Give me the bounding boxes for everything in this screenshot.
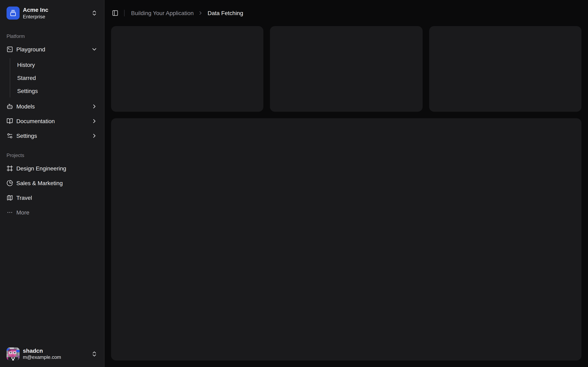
sidebar-item-label: Playground: [16, 46, 88, 52]
sidebar-item-sales-marketing[interactable]: Sales & Marketing: [3, 176, 101, 189]
playground-submenu-wrap: History Starred Settings: [3, 57, 101, 98]
platform-menu: Playground History Starred Settings: [3, 43, 101, 142]
square-terminal-icon: [7, 46, 13, 52]
team-switcher-button[interactable]: Acme Inc Enterprise: [3, 3, 101, 23]
placeholder-grid: [111, 26, 581, 112]
avatar: [7, 347, 20, 360]
sidebar-item-label: Design Engineering: [16, 165, 98, 171]
sidebar-subitem-history[interactable]: History: [14, 59, 101, 70]
sidebar-item-more[interactable]: More: [3, 206, 101, 219]
sidebar-item-label: More: [16, 209, 98, 216]
sidebar-item-models[interactable]: Models: [3, 100, 101, 113]
user-menu-button[interactable]: shadcn m@example.com: [3, 344, 101, 364]
sidebar-group-platform: Platform Playground History: [0, 26, 104, 145]
sidebar-header: Acme Inc Enterprise: [0, 0, 104, 26]
pie-chart-icon: [7, 180, 13, 186]
main-content: [104, 26, 588, 367]
sidebar-item-settings[interactable]: Settings: [3, 129, 101, 142]
main-area: Building Your Application Data Fetching: [104, 0, 588, 367]
sidebar-subitem-starred[interactable]: Starred: [14, 72, 101, 83]
sidebar-content: Platform Playground History: [0, 26, 104, 341]
gallery-vertical-end-icon: [10, 10, 16, 17]
playground-submenu: History Starred Settings: [10, 58, 101, 97]
team-logo: [7, 7, 20, 20]
chevron-right-icon: [91, 118, 98, 124]
chevrons-up-down-icon: [91, 10, 98, 17]
ellipsis-icon: [7, 209, 13, 216]
sidebar-group-projects: Projects Design Engineering Sales & Mark…: [0, 145, 104, 222]
sidebar-item-label: Models: [16, 103, 88, 109]
user-meta: shadcn m@example.com: [23, 347, 88, 360]
placeholder-card: [111, 26, 264, 112]
breadcrumb-current: Data Fetching: [208, 10, 243, 16]
sliders-icon: [7, 132, 13, 139]
app-root: Acme Inc Enterprise Platform Playgroun: [0, 0, 588, 367]
panel-left-icon: [112, 10, 118, 16]
sidebar-item-label: Travel: [16, 194, 98, 201]
team-name: Acme Inc: [23, 7, 88, 14]
sidebar-item-label: Sales & Marketing: [16, 180, 98, 186]
projects-menu: Design Engineering Sales & Marketing Tra…: [3, 162, 101, 219]
chevron-right-icon: [91, 132, 98, 139]
bot-icon: [7, 103, 13, 109]
user-email: m@example.com: [23, 354, 88, 360]
team-plan: Enterprise: [23, 14, 88, 20]
main-header: Building Your Application Data Fetching: [104, 0, 588, 26]
breadcrumb: Building Your Application Data Fetching: [131, 10, 243, 16]
sidebar-item-design-engineering[interactable]: Design Engineering: [3, 162, 101, 175]
sidebar-item-label: Settings: [16, 132, 88, 139]
group-label-projects: Projects: [3, 149, 101, 162]
chevron-down-icon: [91, 46, 98, 52]
frame-icon: [7, 165, 13, 171]
user-name: shadcn: [23, 347, 88, 354]
sidebar-footer: shadcn m@example.com: [0, 341, 104, 367]
sidebar-item-documentation[interactable]: Documentation: [3, 114, 101, 127]
sidebar-item-travel[interactable]: Travel: [3, 191, 101, 204]
placeholder-panel: [111, 118, 581, 360]
chevron-right-icon: [91, 103, 98, 109]
team-meta: Acme Inc Enterprise: [23, 7, 88, 20]
breadcrumb-link-parent[interactable]: Building Your Application: [131, 10, 194, 16]
sidebar-item-playground[interactable]: Playground: [3, 43, 101, 56]
map-icon: [7, 194, 13, 201]
sidebar: Acme Inc Enterprise Platform Playgroun: [0, 0, 104, 367]
sidebar-subitem-settings[interactable]: Settings: [14, 85, 101, 96]
header-separator: [124, 10, 125, 16]
breadcrumb-chevron-icon: [198, 10, 204, 16]
sidebar-item-label: Documentation: [16, 118, 88, 124]
sidebar-toggle-button[interactable]: [109, 7, 121, 19]
placeholder-card: [429, 26, 581, 112]
chevrons-up-down-icon: [91, 351, 98, 357]
book-open-icon: [7, 118, 13, 124]
group-label-platform: Platform: [3, 30, 101, 43]
placeholder-card: [270, 26, 423, 112]
